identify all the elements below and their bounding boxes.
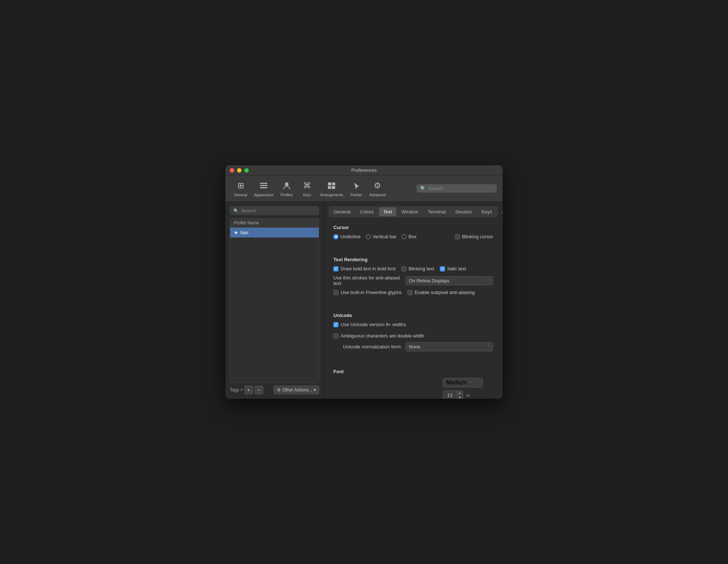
vertical-label: Vertical bar [373,234,396,239]
window-title: Preferences [351,167,377,173]
window-controls [230,168,249,173]
blinking-cursor-item[interactable]: Blinking cursor [455,234,493,239]
profile-item-han[interactable]: ★ han [230,228,319,237]
maximize-button[interactable] [244,168,249,173]
italic-text-checkbox[interactable]: ✓ [440,266,445,271]
font-size-spinner: ▲ ▼ [443,390,463,399]
normalization-row: Unicode normalization form: None ⌃ [333,342,493,351]
font-section: Font 🔍 ✕ ✓ Inconsolata for Powerline ☆ [328,365,498,399]
toolbar-search-input[interactable] [428,186,493,191]
size-down-button[interactable]: ▼ [457,395,463,399]
unicode-version-item[interactable]: ✓ Use Unicode version 9+ widths [333,322,406,327]
tab-window[interactable]: Window [397,207,423,216]
font-size-input[interactable] [443,393,456,398]
preferences-window: Preferences ⊞ General Appearance [225,165,503,399]
powerline-checkbox[interactable] [333,290,338,295]
toolbar-label-profiles: Profiles [280,193,293,197]
tab-terminal[interactable]: Terminal [423,207,450,216]
tab-bar: General Colors Text Window Terminal Sess… [328,206,498,217]
svg-rect-6 [328,186,331,189]
cursor-title: Cursor [333,225,493,230]
underline-radio[interactable] [333,234,338,239]
blinking-text-item[interactable]: Blinking text [401,266,434,271]
star-icon: ★ [234,230,238,235]
thin-strokes-row: Use thin strokes for anti-aliased text: … [333,275,493,286]
subpixel-item[interactable]: Enable subpixel anti-aliasing [407,290,475,295]
right-panel: General Colors Text Window Terminal Sess… [324,202,503,399]
font-weight-select[interactable]: Medium ⌃ [443,378,483,387]
svg-rect-5 [332,182,335,185]
toolbar-item-keys[interactable]: ⌘ Keys [298,178,317,198]
tab-general[interactable]: General [329,207,355,216]
tab-colors[interactable]: Colors [356,207,378,216]
sidebar-search-box[interactable]: 🔍 [230,206,319,215]
size-up-button[interactable]: ▲ [457,391,463,395]
thin-strokes-value: On Retina Displays [409,278,449,283]
ambiguous-item[interactable]: Ambiguous characters are double-width [333,333,424,339]
draw-bold-label: Draw bold text in bold font [341,266,395,271]
sidebar-search-icon: 🔍 [233,208,239,213]
sidebar-search-input[interactable] [241,208,315,213]
blinking-cursor-checkbox[interactable] [455,234,460,239]
toolbar-search[interactable]: 🔍 [417,184,497,193]
arrangements-icon [326,180,337,192]
gear-icon: ⚙ [277,387,281,393]
toolbar-item-arrangements[interactable]: Arrangements [318,178,345,198]
tab-text[interactable]: Text [379,207,396,216]
toolbar-label-advanced: Advanced [369,193,386,197]
blinking-text-checkbox[interactable] [401,266,406,271]
subpixel-label: Enable subpixel anti-aliasing [415,290,475,295]
profile-list-header: Profile Name [230,219,319,228]
italic-text-label: Italic text [447,266,466,271]
profile-list: Profile Name ★ han [230,218,319,383]
minimize-button[interactable] [237,168,241,173]
draw-bold-checkbox[interactable]: ✓ [333,266,338,271]
toolbar-item-appearance[interactable]: Appearance [252,178,276,198]
profiles-icon [281,180,293,192]
text-rendering-title: Text Rendering [333,257,493,262]
box-radio[interactable] [402,234,407,239]
toolbar-item-advanced[interactable]: ⚙ Advanced [367,178,388,198]
toolbar-item-pointer[interactable]: Pointer [347,178,366,198]
tags-button[interactable]: Tags > [230,387,243,393]
cursor-option-underline[interactable]: Underline [333,234,361,239]
toolbar-label-general: General [234,193,247,197]
svg-point-3 [285,182,289,186]
normalization-value: None [409,344,420,349]
profile-name: han [240,230,248,235]
normalization-label: Unicode normalization form: [343,344,402,349]
underline-label: Underline [340,234,361,239]
search-icon: 🔍 [420,186,426,191]
thin-strokes-select[interactable]: On Retina Displays ⌃ [406,276,493,285]
tab-keys[interactable]: Keys [477,207,496,216]
toolbar-item-profiles[interactable]: Profiles [277,178,296,198]
cursor-option-vertical[interactable]: Vertical bar [366,234,396,239]
advanced-icon: ⚙ [372,180,383,192]
normalization-select[interactable]: None ⌃ [406,342,493,351]
close-button[interactable] [230,168,234,173]
unicode-title: Unicode [333,313,493,318]
cursor-option-box[interactable]: Box [402,234,417,239]
italic-text-item[interactable]: ✓ Italic text [440,266,466,271]
unicode-version-checkbox[interactable]: ✓ [333,322,338,327]
subpixel-checkbox[interactable] [407,290,413,295]
sidebar: 🔍 Profile Name ★ han Tags > + − ⚙ Other … [225,202,324,399]
add-profile-button[interactable]: + [244,386,253,394]
ambiguous-checkbox[interactable] [333,333,338,339]
other-actions-button[interactable]: ⚙ Other Actions... ▾ [274,386,319,394]
draw-bold-item[interactable]: ✓ Draw bold text in bold font [333,266,395,271]
tab-session[interactable]: Session [451,207,476,216]
toolbar-label-pointer: Pointer [351,193,362,197]
tags-label: Tags > [230,387,243,393]
powerline-item[interactable]: Use built-in Powerline glyphs [333,290,402,295]
text-rendering-section: Text Rendering ✓ Draw bold text in bold … [328,253,498,299]
unicode-section: Unicode ✓ Use Unicode version 9+ widths … [328,309,498,355]
toolbar-label-arrangements: Arrangements [320,193,343,197]
toolbar-item-general[interactable]: ⊞ General [231,178,250,198]
tab-advanced[interactable]: Advanced [497,207,503,216]
remove-profile-button[interactable]: − [255,386,263,394]
vertical-radio[interactable] [366,234,371,239]
unicode-row1: ✓ Use Unicode version 9+ widths Ambiguou… [333,322,493,339]
thin-strokes-label: Use thin strokes for anti-aliased text: [333,275,402,286]
main-content: 🔍 Profile Name ★ han Tags > + − ⚙ Other … [225,202,503,399]
